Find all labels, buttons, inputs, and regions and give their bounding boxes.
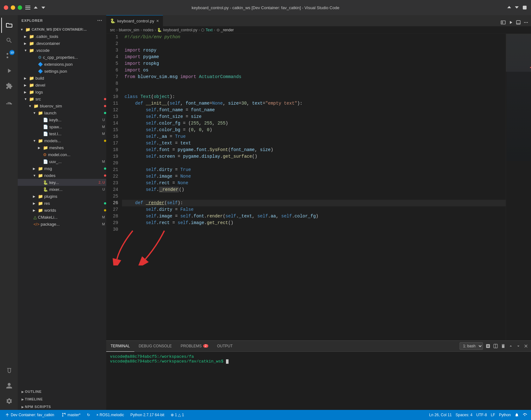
tree-item-mixer[interactable]: ▶ 🐍 mixer... U bbox=[18, 186, 106, 193]
activity-extensions[interactable] bbox=[1, 78, 16, 94]
file-label: key... bbox=[49, 180, 99, 185]
notification-icon-status[interactable] bbox=[513, 413, 520, 417]
folder-icon: 📁 bbox=[29, 41, 34, 46]
gear-icon bbox=[6, 398, 13, 405]
activity-search[interactable] bbox=[1, 33, 16, 48]
new-terminal-icon[interactable] bbox=[485, 344, 491, 349]
code-content[interactable]: #!/usr/bin/env python import rospy impor… bbox=[122, 34, 506, 340]
tree-item-msg[interactable]: ▶ 📁 msg bbox=[18, 165, 106, 172]
python-status[interactable]: Python 2.7.17 64-bit bbox=[129, 410, 165, 420]
tab-output-label: OUTPUT bbox=[217, 344, 233, 348]
tree-item-src[interactable]: ▼ 📁 src bbox=[18, 95, 106, 102]
split-terminal-icon[interactable] bbox=[493, 344, 498, 349]
minimize-button[interactable] bbox=[11, 5, 15, 10]
tree-item-package[interactable]: ▶ </> package... M bbox=[18, 221, 106, 228]
tree-item-cmake[interactable]: ▶ △ CMakeLi... M bbox=[18, 214, 106, 221]
activity-account[interactable] bbox=[1, 378, 16, 393]
activity-source-control[interactable]: 13 bbox=[1, 48, 16, 63]
expand-icon: ▼ bbox=[33, 139, 37, 143]
breadcrumb-class[interactable]: Text bbox=[205, 28, 212, 32]
editor-tab-keyboard-control[interactable]: 🐍 keyboard_control.py ✕ bbox=[106, 15, 163, 26]
menu-bar[interactable] bbox=[25, 5, 46, 10]
outline-section[interactable]: OUTLINE bbox=[18, 387, 106, 395]
position-status[interactable]: Ln 26, Col 11 bbox=[428, 413, 453, 417]
tree-item-devcontainer[interactable]: ▶ 📁 .devcontainer bbox=[18, 40, 106, 47]
file-label: test.l... bbox=[49, 131, 102, 136]
tree-item-nodes[interactable]: ▼ 📁 nodes bbox=[18, 172, 106, 179]
sync-status[interactable]: ↻ bbox=[86, 410, 91, 420]
tree-item-res[interactable]: ▶ 📁 res bbox=[18, 200, 106, 207]
tree-item-build[interactable]: ▶ 📁 build bbox=[18, 75, 106, 82]
tree-item-devel[interactable]: ▶ 📁 devel bbox=[18, 82, 106, 88]
tree-item-spaw[interactable]: ▶ 📄 spaw... M bbox=[18, 123, 106, 130]
tree-item-meshes[interactable]: ▶ 📁 meshes bbox=[18, 144, 106, 151]
breadcrumb-filename[interactable]: keyboard_control.py bbox=[163, 28, 197, 32]
collapse-icon: ▶ bbox=[24, 83, 28, 87]
tree-item-cpp[interactable]: ▶ ⚙ c_cpp_properties... bbox=[18, 54, 106, 61]
tab-debug-console[interactable]: DEBUG CONSOLE bbox=[134, 341, 176, 352]
notification-icon bbox=[515, 413, 519, 417]
file-label: worlds bbox=[44, 208, 103, 213]
breadcrumb-method-icon: ⊙ bbox=[217, 28, 220, 32]
tab-close-button[interactable]: ✕ bbox=[156, 19, 159, 23]
tree-item-uuv[interactable]: ▶ 📄 uuv_... M bbox=[18, 158, 106, 165]
sidebar-more-button[interactable]: ··· bbox=[97, 18, 102, 23]
tree-item-launch[interactable]: ▼ 📁 launch bbox=[18, 109, 106, 116]
tab-terminal[interactable]: TERMINAL bbox=[106, 341, 134, 352]
breadcrumb-bluerov[interactable]: bluerov_sim bbox=[119, 28, 139, 32]
activity-files[interactable] bbox=[1, 18, 16, 33]
activity-test[interactable] bbox=[1, 363, 16, 378]
workspace-root[interactable]: ▼ 📁 CATKIN_WS [DEV CONTAINER:... bbox=[18, 26, 106, 33]
bash-selector[interactable]: 1: bash bbox=[460, 342, 483, 350]
toggle-panel-icon[interactable] bbox=[516, 20, 521, 25]
tree-item-testl[interactable]: ▶ 📄 test.l... M bbox=[18, 130, 106, 137]
spaces-status[interactable]: Spaces: 4 bbox=[454, 413, 473, 417]
minimap[interactable] bbox=[506, 34, 531, 340]
close-button[interactable] bbox=[4, 5, 8, 10]
dev-container-status[interactable]: Dev Container: fav_catkin bbox=[3, 410, 57, 420]
broadcast-icon-status[interactable] bbox=[522, 413, 528, 417]
title-actions[interactable] bbox=[507, 5, 527, 10]
run-file-icon[interactable] bbox=[508, 20, 513, 25]
tree-item-vscode[interactable]: ▼ 📁 .vscode bbox=[18, 47, 106, 54]
errors-status[interactable]: ⊗ 1 △ 1 bbox=[169, 410, 185, 420]
activity-run[interactable] bbox=[1, 63, 16, 78]
terminal-content[interactable]: vscode@a88c794abcf5:/workspaces/fa vscod… bbox=[106, 352, 531, 410]
more-actions-icon[interactable] bbox=[523, 20, 528, 25]
language-label: Python bbox=[499, 413, 511, 417]
tree-item-keyboard-control[interactable]: ▶ 🐍 key... 2, U bbox=[18, 179, 106, 186]
encoding-status[interactable]: UTF-8 bbox=[475, 413, 488, 417]
kill-terminal-icon[interactable] bbox=[501, 344, 506, 349]
chevron-up-terminal-icon[interactable] bbox=[508, 344, 513, 349]
tree-item-catkin-tools[interactable]: ▶ 📁 .catkin_tools bbox=[18, 33, 106, 40]
maximize-button[interactable] bbox=[18, 5, 22, 10]
modified-badge bbox=[104, 209, 106, 211]
language-status[interactable]: Python bbox=[498, 413, 512, 417]
npm-scripts-section[interactable]: NPM SCRIPTS bbox=[18, 402, 106, 410]
minimap-content bbox=[506, 34, 531, 161]
tab-output[interactable]: OUTPUT bbox=[213, 341, 237, 352]
ros-status[interactable]: × ROS1.melodic bbox=[95, 410, 125, 420]
timeline-section[interactable]: TIMELINE bbox=[18, 395, 106, 402]
tab-problems[interactable]: PROBLEMS 2 bbox=[176, 341, 212, 352]
eol-status[interactable]: LF bbox=[490, 413, 497, 417]
activity-docker[interactable] bbox=[1, 96, 16, 111]
tree-item-modelcon[interactable]: ▶ ⚙ model.con... bbox=[18, 151, 106, 158]
breadcrumb-nodes[interactable]: nodes bbox=[143, 28, 154, 32]
tree-item-logs[interactable]: ▶ 📁 logs bbox=[18, 88, 106, 95]
split-editor-icon[interactable] bbox=[501, 20, 506, 25]
breadcrumb-method[interactable]: _render bbox=[221, 28, 234, 32]
activity-settings[interactable] bbox=[1, 393, 16, 409]
tree-item-extensions[interactable]: ▶ 🔷 extensions.json bbox=[18, 61, 106, 68]
tree-item-plugins[interactable]: ▶ 📁 plugins bbox=[18, 193, 106, 200]
tree-item-worlds[interactable]: ▶ 📁 worlds bbox=[18, 207, 106, 214]
file-label: devel bbox=[35, 83, 106, 88]
tree-item-models[interactable]: ▼ 📁 models... bbox=[18, 137, 106, 144]
chevron-down-terminal-icon[interactable] bbox=[516, 344, 521, 349]
tree-item-bluerov[interactable]: ▼ 📁 bluerov_sim bbox=[18, 102, 106, 109]
tree-item-keyb[interactable]: ▶ 📄 keyb... U bbox=[18, 116, 106, 123]
breadcrumb-src[interactable]: src bbox=[110, 28, 115, 32]
close-terminal-icon[interactable] bbox=[523, 344, 528, 349]
branch-status[interactable]: master* bbox=[60, 410, 82, 420]
tree-item-settings[interactable]: ▶ 🔷 settings.json bbox=[18, 68, 106, 75]
